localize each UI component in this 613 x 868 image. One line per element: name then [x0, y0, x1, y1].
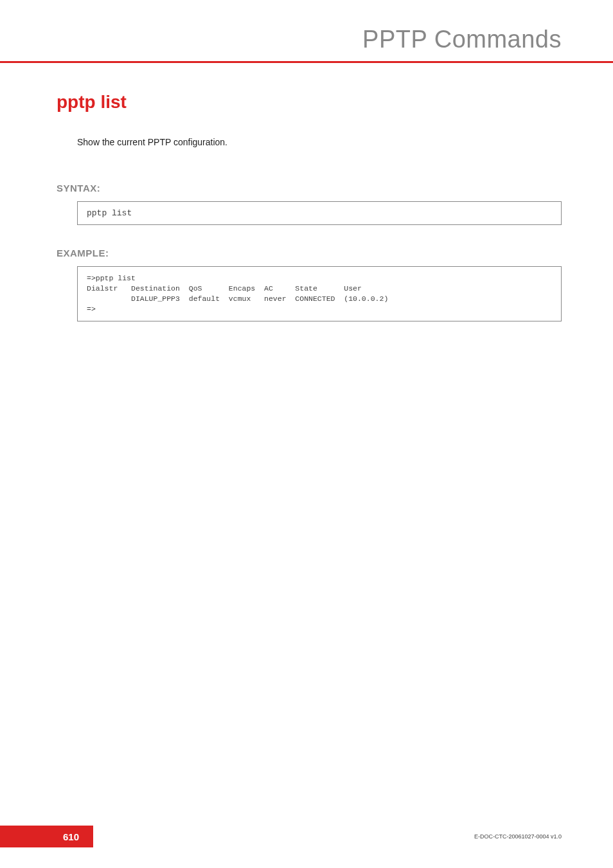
page-header: PPTP Commands: [0, 0, 613, 63]
syntax-code: pptp list: [87, 208, 132, 218]
example-output-box: =>pptp list Dialstr Destination QoS Enca…: [77, 266, 562, 321]
content-area: pptp list Show the current PPTP configur…: [0, 63, 613, 321]
doc-id: E-DOC-CTC-20061027-0004 v1.0: [474, 826, 562, 847]
syntax-code-box: pptp list: [77, 201, 562, 225]
page-title: PPTP Commands: [0, 26, 562, 53]
page-number-badge: 610: [0, 826, 93, 847]
page-footer: 610 E-DOC-CTC-20061027-0004 v1.0: [0, 826, 613, 847]
page-number: 610: [63, 831, 79, 842]
command-description: Show the current PPTP configuration.: [77, 137, 562, 147]
command-title: pptp list: [57, 92, 562, 113]
syntax-label: SYNTAX:: [57, 183, 562, 194]
example-label: EXAMPLE:: [57, 248, 562, 258]
